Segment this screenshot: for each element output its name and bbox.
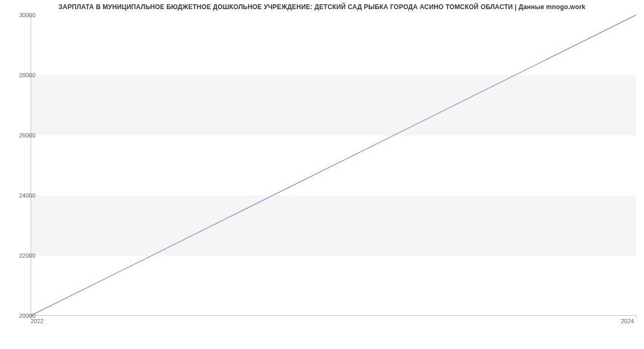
y-tick-label: 26000 (9, 132, 35, 139)
series-line (31, 15, 636, 316)
line-layer (31, 15, 636, 316)
chart-container: ЗАРПЛАТА В МУНИЦИПАЛЬНОЕ БЮДЖЕТНОЕ ДОШКО… (0, 0, 644, 349)
y-tick-label: 28000 (9, 72, 35, 78)
x-tick-label: 2022 (31, 318, 43, 324)
y-tick-label: 30000 (9, 12, 35, 18)
y-tick-label: 22000 (9, 252, 35, 259)
x-tick-mark (636, 316, 636, 318)
x-tick-label: 2024 (621, 318, 634, 324)
y-tick-label: 24000 (9, 192, 35, 199)
plot-area (31, 15, 636, 316)
chart-title: ЗАРПЛАТА В МУНИЦИПАЛЬНОЕ БЮДЖЕТНОЕ ДОШКО… (0, 3, 644, 11)
